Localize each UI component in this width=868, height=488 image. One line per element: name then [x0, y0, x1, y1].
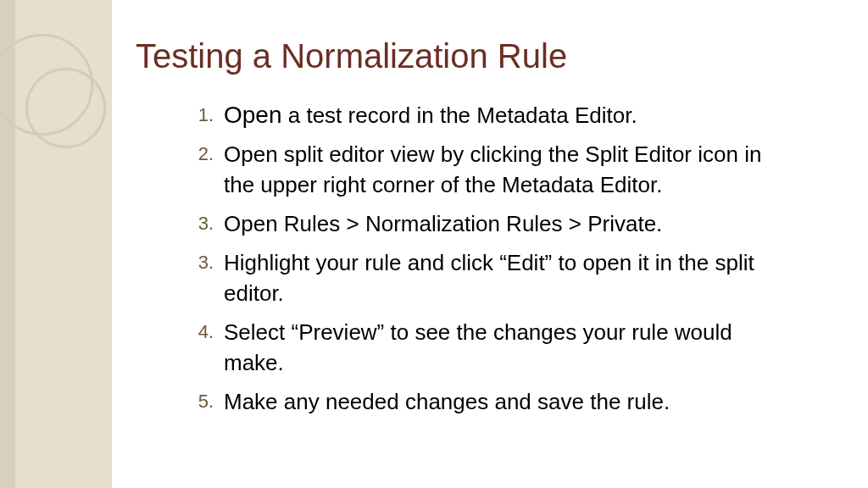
list-text: Open split editor view by clicking the S…: [224, 139, 797, 200]
list-number: 3.: [195, 247, 224, 278]
list-item: 4. Select “Preview” to see the changes y…: [195, 317, 797, 378]
list-number: 5.: [195, 386, 224, 417]
list-text: Highlight your rule and click “Edit” to …: [224, 247, 797, 308]
list-number: 1.: [195, 100, 224, 130]
list-item: 3. Open Rules > Normalization Rules > Pr…: [195, 208, 797, 239]
slide-title: Testing a Normalization Rule: [136, 37, 567, 75]
list-text: Open Rules > Normalization Rules > Priva…: [224, 208, 662, 239]
list-item: 5. Make any needed changes and save the …: [195, 386, 797, 417]
list-number: 4.: [195, 317, 224, 347]
list-item: 1. Open a test record in the Metadata Ed…: [195, 100, 797, 130]
ring-decoration-inner: [25, 68, 106, 148]
list-number: 2.: [195, 139, 224, 169]
numbered-list: 1. Open a test record in the Metadata Ed…: [195, 100, 797, 425]
list-number: 3.: [195, 208, 224, 239]
list-text: Open a test record in the Metadata Edito…: [224, 100, 637, 130]
list-text: Select “Preview” to see the changes your…: [224, 317, 797, 378]
list-item: 3. Highlight your rule and click “Edit” …: [195, 247, 797, 308]
list-item: 2. Open split editor view by clicking th…: [195, 139, 797, 200]
side-decoration-band: [0, 0, 112, 488]
list-text: Make any needed changes and save the rul…: [224, 386, 670, 417]
